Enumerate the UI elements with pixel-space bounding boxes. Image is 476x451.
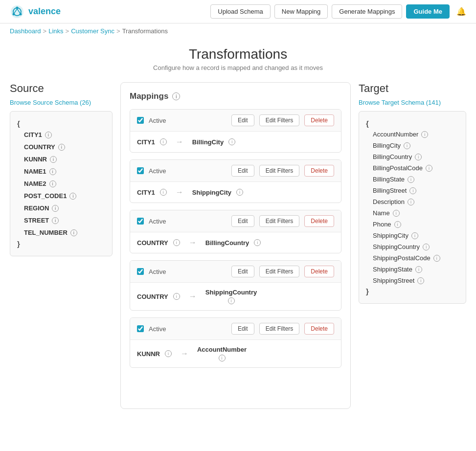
- logo: valence: [10, 4, 61, 19]
- mapping-2-active-checkbox[interactable]: [137, 167, 144, 174]
- browse-source-link[interactable]: Browse Source Schema (26): [10, 99, 113, 106]
- mapping-3-target-info-icon[interactable]: i: [254, 239, 261, 246]
- source-title: Source: [10, 82, 113, 95]
- mapping-4-source-info-icon[interactable]: i: [173, 293, 180, 300]
- target-account-number-info-icon[interactable]: i: [421, 131, 428, 138]
- target-billing-state-info-icon[interactable]: i: [408, 176, 414, 183]
- mapping-card-3-header: Active Edit Edit Filters Delete: [130, 210, 341, 232]
- target-shipping-street-info-icon[interactable]: i: [417, 277, 424, 284]
- new-mapping-button[interactable]: New Mapping: [274, 4, 328, 19]
- mapping-4-edit-filters-button[interactable]: Edit Filters: [259, 266, 300, 277]
- mapping-5-source-info-icon[interactable]: i: [165, 350, 172, 357]
- target-billing-street-info-icon[interactable]: i: [409, 187, 416, 194]
- mapping-3-delete-button[interactable]: Delete: [304, 215, 334, 227]
- post-code1-info-icon[interactable]: i: [69, 193, 76, 200]
- target-billing-postal-code-info-icon[interactable]: i: [426, 165, 432, 172]
- mapping-1-active-checkbox[interactable]: [137, 117, 144, 124]
- mapping-1-edit-filters-button[interactable]: Edit Filters: [259, 114, 300, 126]
- target-shipping-state-info-icon[interactable]: i: [415, 266, 422, 273]
- kunnr-info-icon[interactable]: i: [50, 156, 57, 163]
- name1-info-icon[interactable]: i: [49, 168, 56, 175]
- mapping-5-arrow-icon: →: [181, 349, 188, 358]
- breadcrumb-sep-3: >: [116, 27, 120, 35]
- target-shipping-postal-code-info-icon[interactable]: i: [433, 255, 440, 262]
- mapping-3-edit-filters-button[interactable]: Edit Filters: [259, 215, 300, 227]
- mapping-4-active-checkbox[interactable]: [137, 268, 144, 275]
- city1-info-icon[interactable]: i: [45, 132, 52, 138]
- svg-point-3: [20, 13, 22, 15]
- breadcrumb: Dashboard > Links > Customer Sync > Tran…: [0, 23, 476, 39]
- mapping-5-delete-button[interactable]: Delete: [304, 323, 334, 335]
- mapping-3-edit-button[interactable]: Edit: [231, 215, 254, 227]
- mapping-3-active-checkbox[interactable]: [137, 218, 144, 225]
- upload-schema-button[interactable]: Upload Schema: [210, 4, 271, 19]
- mapping-5-active-label: Active: [149, 325, 227, 333]
- mapping-4-active-label: Active: [149, 268, 227, 275]
- mapping-3-source-info-icon[interactable]: i: [173, 239, 180, 246]
- target-description-info-icon[interactable]: i: [408, 199, 414, 205]
- name2-info-icon[interactable]: i: [49, 180, 56, 187]
- source-open-brace: {: [17, 118, 105, 129]
- mapping-1-delete-button[interactable]: Delete: [304, 114, 334, 126]
- target-billing-country-info-icon[interactable]: i: [415, 154, 422, 160]
- mapping-3-source-field: COUNTRY: [137, 239, 168, 247]
- header-nav: Upload Schema New Mapping Generate Mappi…: [210, 4, 466, 19]
- mapping-4-target-info-icon[interactable]: i: [228, 297, 235, 304]
- generate-mappings-button[interactable]: Generate Mappings: [332, 4, 402, 19]
- page-title-section: Transformations Configure how a record i…: [0, 39, 476, 74]
- target-field-billing-street: BillingStreet i: [366, 185, 459, 196]
- mapping-2-edit-button[interactable]: Edit: [231, 165, 254, 177]
- target-phone-info-icon[interactable]: i: [394, 221, 401, 228]
- mapping-1-source-field: CITY1: [137, 138, 155, 146]
- target-panel: Target Browse Target Schema (141) { Acco…: [359, 82, 466, 409]
- notification-bell-icon[interactable]: 🔔: [456, 7, 466, 16]
- target-field-account-number: AccountNumber i: [366, 129, 459, 140]
- mapping-1-edit-button[interactable]: Edit: [231, 114, 254, 126]
- mapping-2-delete-button[interactable]: Delete: [304, 165, 334, 177]
- mapping-card-2-header: Active Edit Edit Filters Delete: [130, 160, 341, 182]
- mapping-5-target-field-wrapper: AccountNumber i: [197, 346, 247, 361]
- mapping-5-edit-filters-button[interactable]: Edit Filters: [259, 323, 300, 335]
- guide-me-button[interactable]: Guide Me: [406, 4, 450, 19]
- source-field-country: COUNTRY i: [17, 141, 105, 153]
- source-field-street: STREET i: [17, 214, 105, 226]
- mapping-1-target-info-icon[interactable]: i: [228, 138, 235, 145]
- target-field-name: Name i: [366, 207, 459, 219]
- target-shipping-country-info-icon[interactable]: i: [423, 244, 430, 250]
- country-info-icon[interactable]: i: [58, 144, 65, 151]
- tel-number-info-icon[interactable]: i: [70, 229, 77, 236]
- mapping-5-target-info-icon[interactable]: i: [219, 355, 226, 361]
- breadcrumb-sep-1: >: [43, 27, 47, 35]
- mapping-2-active-label: Active: [149, 167, 227, 175]
- target-name-info-icon[interactable]: i: [393, 210, 400, 217]
- mappings-info-icon[interactable]: i: [172, 92, 180, 100]
- breadcrumb-customer-sync[interactable]: Customer Sync: [71, 27, 114, 35]
- mapping-card-5: Active Edit Edit Filters Delete KUNNR i …: [130, 317, 341, 368]
- mapping-card-2-body: CITY1 i → ShippingCity i: [130, 182, 341, 203]
- mapping-1-source-info-icon[interactable]: i: [160, 138, 167, 145]
- mapping-2-edit-filters-button[interactable]: Edit Filters: [259, 165, 300, 177]
- mapping-4-edit-button[interactable]: Edit: [231, 266, 254, 277]
- mapping-card-3-body: COUNTRY i → BillingCountry i: [130, 232, 341, 253]
- header: valence Upload Schema New Mapping Genera…: [0, 0, 476, 23]
- target-field-shipping-street: ShippingStreet i: [366, 275, 459, 286]
- mapping-5-edit-button[interactable]: Edit: [231, 323, 254, 335]
- svg-point-4: [13, 13, 15, 15]
- page-subtitle: Configure how a record is mapped and cha…: [0, 64, 476, 71]
- target-field-shipping-postal-code: ShippingPostalCode i: [366, 252, 459, 264]
- breadcrumb-links[interactable]: Links: [48, 27, 63, 35]
- mapping-5-active-checkbox[interactable]: [137, 325, 144, 332]
- main-layout: Source Browse Source Schema (26) { CITY1…: [0, 74, 476, 417]
- mapping-2-target-info-icon[interactable]: i: [236, 189, 243, 196]
- mapping-2-source-info-icon[interactable]: i: [160, 189, 167, 196]
- browse-target-link[interactable]: Browse Target Schema (141): [359, 99, 466, 106]
- street-info-icon[interactable]: i: [52, 217, 59, 224]
- target-title: Target: [359, 82, 466, 95]
- target-shipping-city-info-icon[interactable]: i: [411, 232, 418, 239]
- mapping-5-target-field: AccountNumber: [197, 346, 247, 353]
- breadcrumb-dashboard[interactable]: Dashboard: [10, 27, 41, 35]
- mapping-4-delete-button[interactable]: Delete: [304, 266, 334, 277]
- target-billing-city-info-icon[interactable]: i: [404, 142, 410, 149]
- mapping-1-target-field: BillingCity: [192, 138, 224, 146]
- region-info-icon[interactable]: i: [52, 205, 59, 212]
